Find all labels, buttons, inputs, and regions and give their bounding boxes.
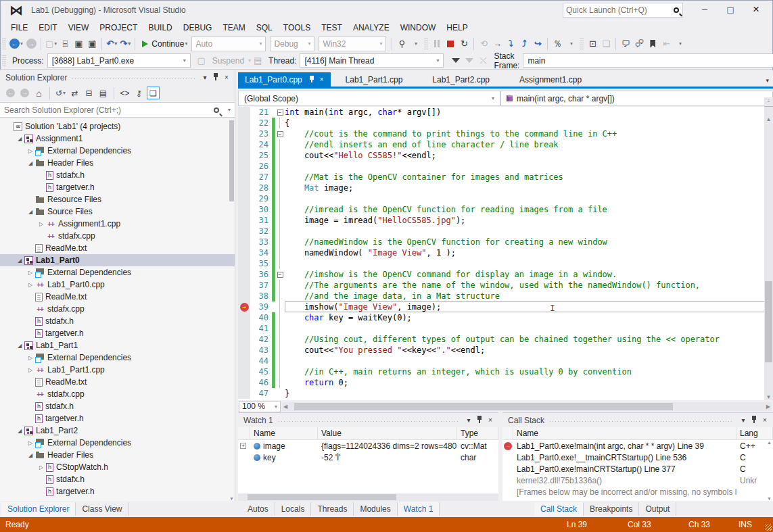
prev-bookmark-icon[interactable]: ⇤: [659, 37, 673, 51]
breakpoint-margin[interactable]: [238, 107, 250, 118]
tree-item-targetver-h[interactable]: targetver.h: [0, 181, 235, 193]
call-stack-frame-0[interactable]: Lab1_Part0.exe!main(int argc, char * * a…: [502, 440, 773, 452]
watch-col-name[interactable]: Name: [250, 427, 318, 439]
tree-item-lab1-part1[interactable]: Lab1_Part1: [0, 339, 235, 352]
breakpoint-margin[interactable]: [238, 334, 250, 345]
tree-item-lab1-part2[interactable]: Lab1_Part2: [0, 425, 235, 437]
menu-item-help[interactable]: HELP: [441, 22, 473, 34]
tool-tab-modules[interactable]: Modules: [354, 502, 397, 516]
pause-icon[interactable]: [430, 37, 444, 51]
se-sync-with-active-document-icon[interactable]: ⇄: [68, 87, 81, 99]
fold-margin[interactable]: [275, 128, 285, 139]
breakpoint-margin[interactable]: [238, 161, 250, 172]
tree-item-external-dependencies[interactable]: External Dependencies: [0, 266, 235, 279]
menu-item-tools[interactable]: TOOLS: [278, 22, 316, 34]
tab-list-dropdown-icon[interactable]: ▾: [766, 77, 773, 87]
call-stack-col-name[interactable]: Name: [513, 427, 736, 439]
watch-position-icon[interactable]: ▾: [463, 416, 474, 424]
suspend-icon[interactable]: ▢: [195, 53, 208, 68]
member-dropdown[interactable]: main(int argc, char * argv[])▾: [500, 91, 773, 106]
fold-margin[interactable]: [275, 107, 285, 118]
tree-item-header-files[interactable]: Header Files: [0, 157, 235, 169]
tree-item-lab1-part0-cpp[interactable]: Lab1_Part0.cpp: [0, 279, 235, 291]
call-stack-frame-3[interactable]: kernel32.dll!75b1336a()Unkr: [502, 475, 773, 486]
bookmark-overflow-icon[interactable]: ▾: [673, 37, 686, 51]
breakpoint-margin[interactable]: [238, 215, 250, 226]
zoom-dropdown[interactable]: 100 %▾: [239, 401, 281, 412]
tree-item-cstopwatch-h[interactable]: CStopWatch.h: [0, 461, 235, 473]
se-properties-icon[interactable]: ⚷: [133, 87, 145, 99]
flag-threads-icon[interactable]: ⤬: [476, 53, 490, 68]
solution-tree-scrollbar[interactable]: ▲ ▼: [229, 119, 235, 501]
bottom-tab-solution-explorer[interactable]: Solution Explorer: [1, 502, 76, 516]
breakpoint-margin[interactable]: [238, 377, 250, 388]
code-line-27[interactable]: 27 //Mat is the OpenCV container for ima…: [238, 172, 773, 183]
tree-item-lab1-part0[interactable]: Lab1_Part0: [0, 254, 235, 266]
navigate-forward-icon[interactable]: →: [24, 37, 38, 51]
new-item-icon[interactable]: ▢▾: [44, 37, 58, 51]
breakpoint-window-icon[interactable]: ⊡: [586, 37, 599, 51]
collapsed-arrow-icon[interactable]: [37, 464, 46, 470]
breakpoint-margin[interactable]: [238, 139, 250, 150]
tab-lab1-part0-cpp[interactable]: Lab1_Part0.cpp×: [238, 72, 331, 87]
close-button[interactable]: [743, 0, 769, 19]
breakpoint-margin[interactable]: [238, 150, 250, 161]
code-line-40[interactable]: 40 char key = waitKey(0);: [238, 312, 773, 323]
menu-item-project[interactable]: PROJECT: [94, 22, 143, 34]
watch-col-value[interactable]: Value: [318, 427, 457, 439]
window-position-icon[interactable]: ▾: [200, 74, 210, 81]
restart-icon[interactable]: ↻: [457, 37, 471, 51]
call-stack-frame-4[interactable]: [Frames below may be incorrect and/or mi…: [502, 486, 773, 498]
menu-item-team[interactable]: TEAM: [217, 22, 250, 34]
attach-to-process-icon[interactable]: ⚲: [395, 37, 408, 51]
code-line-36[interactable]: 36 //imshow is the OpenCV command for di…: [238, 269, 773, 280]
tool-tab-autos[interactable]: Autos: [241, 502, 275, 516]
tree-item-stdafx-h[interactable]: stdafx.h: [0, 169, 235, 181]
code-line-23[interactable]: 23 //cout is the command to print things…: [238, 128, 773, 139]
step-into-icon[interactable]: ⤵: [504, 37, 517, 51]
call-stack-position-icon[interactable]: ▾: [738, 416, 749, 424]
tab-pin-icon[interactable]: [309, 76, 314, 83]
solution-search-icon[interactable]: [214, 107, 219, 113]
code-line-21[interactable]: 21int main(int argc, char* argv[]): [238, 107, 773, 118]
call-stack-frame-1[interactable]: Lab1_Part0.exe!__tmainCRTStartup() Line …: [502, 452, 773, 463]
menu-item-build[interactable]: BUILD: [143, 22, 177, 34]
code-line-22[interactable]: 22{: [238, 118, 773, 128]
se-collapse-all-icon[interactable]: ⊟: [83, 87, 95, 99]
breakpoint-margin[interactable]: [238, 323, 250, 334]
configuration-dropdown[interactable]: Debug▾: [270, 37, 314, 51]
tool-tab-watch-1[interactable]: Watch 1: [398, 502, 440, 516]
code-line-41[interactable]: 41: [238, 323, 773, 334]
tree-item-readme-txt[interactable]: ReadMe.txt: [0, 242, 235, 254]
show-next-statement-icon[interactable]: ⟲: [477, 37, 490, 51]
breakpoint-margin[interactable]: [238, 291, 250, 301]
menu-item-debug[interactable]: DEBUG: [178, 22, 218, 34]
watch-horizontal-scrollbar[interactable]: [238, 493, 498, 501]
collapsed-arrow-icon[interactable]: [26, 282, 35, 288]
collapse-region-icon[interactable]: [277, 131, 283, 137]
quick-launch-input[interactable]: [563, 5, 674, 15]
minimize-button[interactable]: [692, 0, 718, 19]
tree-item-external-dependencies[interactable]: External Dependencies: [0, 145, 235, 157]
tool-tab-threads[interactable]: Threads: [311, 502, 354, 516]
close-panel-icon[interactable]: ×: [221, 74, 232, 81]
code-line-46[interactable]: 46 return 0;: [238, 377, 773, 388]
menu-item-test[interactable]: TEST: [316, 22, 348, 34]
tool-tab-locals[interactable]: Locals: [275, 502, 312, 516]
step-out-icon[interactable]: ↪: [531, 37, 544, 51]
tree-item-external-dependencies[interactable]: External Dependencies: [0, 437, 235, 449]
tree-item-targetver-h[interactable]: targetver.h: [0, 485, 235, 498]
breakpoint-margin[interactable]: [238, 269, 250, 280]
se-back-icon[interactable]: ←: [4, 87, 17, 99]
collapsed-arrow-icon[interactable]: [26, 355, 35, 361]
thread-dropdown[interactable]: [4116] Main Thread▾: [300, 53, 444, 68]
breakpoint-margin[interactable]: [238, 204, 250, 215]
code-line-43[interactable]: 43 cout<<"You pressed "<<key<<"."<<endl;: [238, 345, 773, 356]
code-line-32[interactable]: 32: [238, 226, 773, 237]
auto-hide-pin-icon[interactable]: [210, 73, 221, 82]
bookmark-icon[interactable]: [646, 37, 659, 51]
tree-item-stdafx-h[interactable]: stdafx.h: [0, 400, 235, 412]
tree-item-assignment1[interactable]: Assignment1: [0, 132, 235, 145]
breakpoint-margin[interactable]: [238, 345, 250, 356]
code-line-42[interactable]: 42 //Using cout, different types of outp…: [238, 334, 773, 345]
